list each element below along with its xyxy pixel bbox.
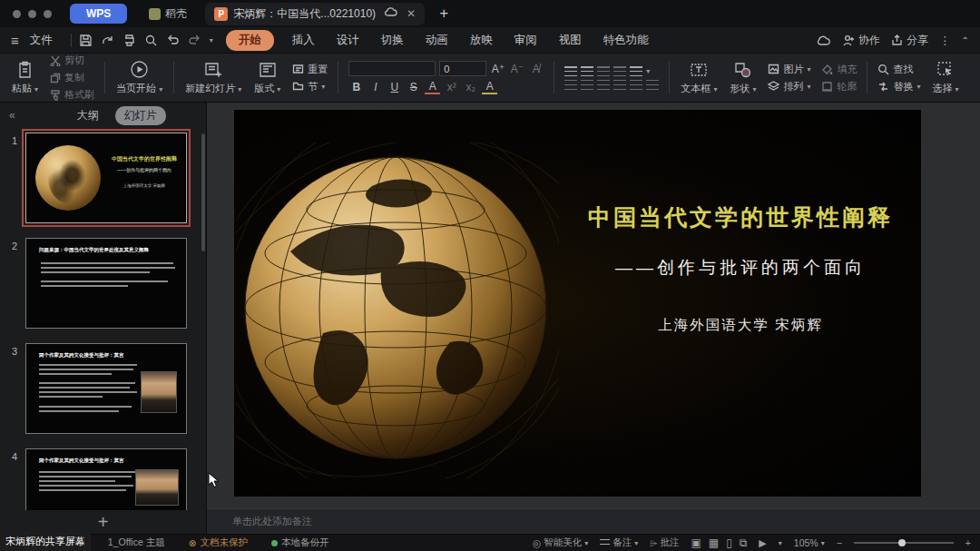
section-button[interactable]: 节 ▾ <box>292 80 328 93</box>
zoom-slider-handle[interactable] <box>898 539 906 546</box>
new-slide-button[interactable]: 新建幻灯片 ▾ <box>179 56 248 99</box>
tab-document[interactable]: P 宋炳辉：中国当代...0221010) ✕ <box>205 3 425 25</box>
collapse-ribbon-icon[interactable]: ⌃ <box>962 35 969 45</box>
align-center-icon[interactable] <box>581 80 593 90</box>
font-name-input[interactable] <box>348 61 436 76</box>
menu-tab-slideshow[interactable]: 放映 <box>459 30 504 51</box>
decrease-font-icon[interactable]: A⁻ <box>509 63 524 75</box>
redo-icon[interactable] <box>188 34 201 47</box>
menu-tab-home-active[interactable]: 开始 <box>226 30 274 51</box>
collapse-panel-icon[interactable]: « <box>9 109 15 122</box>
bold-button[interactable]: B <box>348 81 364 93</box>
replace-button[interactable]: 替换 ▾ <box>877 80 920 93</box>
find-button[interactable]: 查找 <box>877 63 920 76</box>
share-button[interactable]: 分享 <box>891 33 928 48</box>
normal-view-icon[interactable]: ▣ <box>691 536 701 549</box>
menu-tab-special-features[interactable]: 特色功能 <box>593 30 660 51</box>
document-protection-status[interactable]: ⊗ 文档未保护 <box>189 536 248 549</box>
collaborate-button[interactable]: 协作 <box>842 33 880 48</box>
format-painter-button[interactable]: 格式刷 <box>50 88 94 102</box>
font-color-button[interactable]: A <box>425 80 440 94</box>
distribute-icon[interactable] <box>630 80 642 90</box>
zoom-in-button[interactable]: + <box>965 537 971 548</box>
theme-name[interactable]: 1_Office 主题 <box>108 536 165 549</box>
play-options-caret-icon[interactable]: ▾ <box>779 539 782 547</box>
slide-thumbnail-3[interactable]: 两个作家及其跨文化接受与批评：莫言 <box>25 343 187 434</box>
print-preview-icon[interactable] <box>144 34 158 47</box>
tab-wps-home[interactable]: WPS <box>70 4 127 24</box>
tab-outline[interactable]: 大纲 <box>68 106 108 125</box>
print-icon[interactable] <box>122 34 136 47</box>
menu-tab-design[interactable]: 设计 <box>326 30 370 51</box>
more-options-icon[interactable]: ⋮ <box>939 34 951 47</box>
menu-tab-review[interactable]: 审阅 <box>504 30 548 51</box>
menu-tab-insert[interactable]: 插入 <box>281 30 326 51</box>
zoom-out-button[interactable]: − <box>837 537 842 548</box>
columns-icon[interactable] <box>646 80 659 90</box>
strikethrough-button[interactable]: S <box>406 81 421 93</box>
layout-button[interactable]: 版式 ▾ <box>248 56 287 99</box>
file-menu[interactable]: 文件 <box>30 33 53 48</box>
slide-thumbnail-4[interactable]: 两个作家及其跨文化接受与批评：莫言 <box>25 448 187 510</box>
bullets-icon[interactable] <box>564 66 577 76</box>
smart-beautify-button[interactable]: ◎ 智能美化 ▾ <box>533 536 588 549</box>
superscript-button[interactable]: x² <box>444 81 459 93</box>
fill-button[interactable]: 填充 <box>821 63 857 76</box>
italic-button[interactable]: I <box>368 81 383 93</box>
cloud-sync-icon[interactable] <box>385 7 397 20</box>
play-slideshow-button[interactable]: ▶ <box>759 537 766 549</box>
hamburger-menu-icon[interactable]: ≡ <box>11 33 19 48</box>
new-tab-button[interactable]: + <box>439 5 448 23</box>
notes-placeholder[interactable]: 单击此处添加备注 <box>207 508 980 534</box>
menu-tab-view[interactable]: 视图 <box>548 30 593 51</box>
add-slide-button[interactable]: + <box>0 510 206 534</box>
highlight-button[interactable]: A <box>482 80 497 94</box>
current-slide[interactable]: 中国当代文学的世界性阐释 ——创作与批评的两个面向 上海外国语大学 宋炳辉 <box>234 110 921 497</box>
line-spacing-icon[interactable] <box>630 66 642 76</box>
tab-docer[interactable]: 稻壳 <box>140 3 196 25</box>
slide-canvas[interactable]: 中国当代文学的世界性阐释 ——创作与批评的两个面向 上海外国语大学 宋炳辉 <box>207 103 980 508</box>
menu-tab-transition[interactable]: 切换 <box>370 30 415 51</box>
picture-button[interactable]: 图片 ▾ <box>768 63 810 76</box>
select-button[interactable]: 选择 ▾ <box>926 56 965 99</box>
slide-thumbnail-2[interactable]: 问题来源：中国当代文学的世界处境及其意义阐释 <box>25 238 187 329</box>
increase-indent-icon[interactable] <box>613 66 626 76</box>
shapes-button[interactable]: 形状 ▾ <box>723 56 762 99</box>
font-size-input[interactable] <box>439 61 486 76</box>
undo-icon[interactable] <box>166 34 180 47</box>
play-from-current-button[interactable]: 当页开始 ▾ <box>110 56 169 99</box>
zoom-level[interactable]: 105% ▾ <box>794 537 825 548</box>
outline-button[interactable]: 轮廓 <box>821 80 857 93</box>
slide-thumbnail-1-selected[interactable]: 中国当代文学的世界性阐释 ——创作与批评的两个面向 上海外国语大学 宋炳辉 <box>25 133 187 223</box>
slide-sorter-view-icon[interactable]: ▦ <box>709 536 719 549</box>
save-icon[interactable] <box>79 34 93 47</box>
cloud-status-icon[interactable] <box>816 34 831 46</box>
textbox-button[interactable]: 文本框 ▾ <box>674 56 723 99</box>
reset-button[interactable]: 重置 <box>292 63 328 76</box>
align-left-icon[interactable] <box>564 80 577 90</box>
theme-view-icon[interactable]: ⧉ <box>740 536 748 549</box>
underline-button[interactable]: U <box>387 81 402 93</box>
notes-button[interactable]: 备注 ▾ <box>600 536 638 549</box>
clear-format-icon[interactable]: A̸ <box>528 63 544 75</box>
cut-button[interactable]: 剪切 <box>50 54 94 67</box>
numbering-icon[interactable] <box>581 66 593 76</box>
local-backup-status[interactable]: 本地备份开 <box>271 536 329 549</box>
paste-button[interactable]: 粘贴 ▾ <box>5 56 44 99</box>
reading-view-icon[interactable]: ▯ <box>726 536 732 549</box>
export-icon[interactable] <box>101 34 114 47</box>
copy-button[interactable]: 复制 <box>50 71 94 84</box>
comment-button[interactable]: ⌲ 批注 <box>650 536 679 549</box>
quick-access-caret-icon[interactable]: ▾ <box>210 36 213 44</box>
increase-font-icon[interactable]: A⁺ <box>490 63 505 75</box>
align-right-icon[interactable] <box>597 80 610 90</box>
maximize-window-icon[interactable] <box>44 10 52 18</box>
close-tab-icon[interactable]: ✕ <box>407 7 416 20</box>
sidebar-scrollbar[interactable] <box>201 133 205 251</box>
subscript-button[interactable]: x₂ <box>463 81 478 93</box>
zoom-slider[interactable] <box>854 542 954 544</box>
arrange-button[interactable]: 排列 ▾ <box>768 80 810 93</box>
close-window-icon[interactable] <box>13 10 21 18</box>
tab-slides[interactable]: 幻灯片 <box>115 106 166 125</box>
menu-tab-animation[interactable]: 动画 <box>415 30 459 51</box>
